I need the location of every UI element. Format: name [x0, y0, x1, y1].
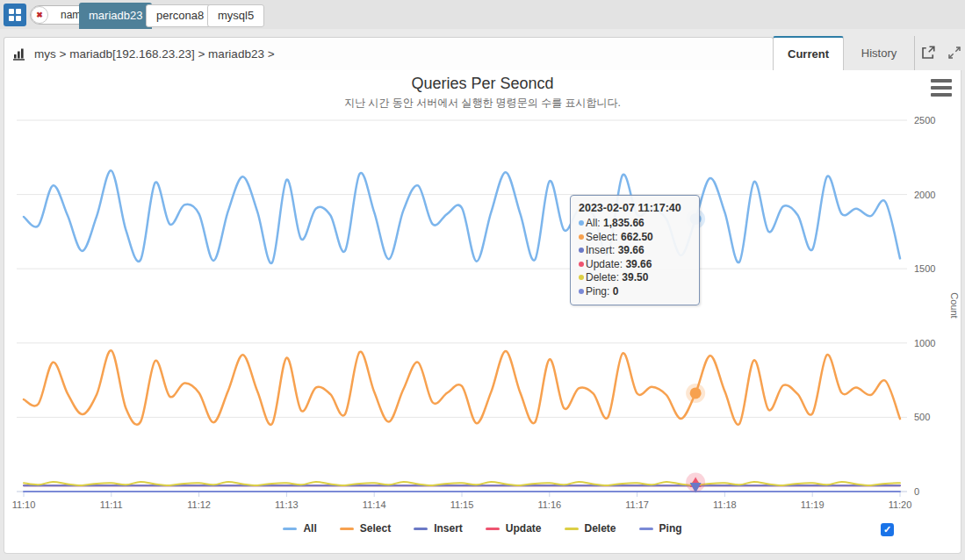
server-tab-mariadb23[interactable]: mariadb23: [79, 3, 152, 29]
legend-item-all[interactable]: All: [283, 522, 316, 535]
x-axis-label: 11:15: [450, 499, 474, 510]
tooltip-timestamp: 2023-02-07 11:17:40: [579, 202, 691, 214]
chart-tooltip: 2023-02-07 11:17:40 All: 1,835.66Select:…: [570, 195, 700, 305]
series-color-dot: [579, 234, 584, 240]
check-icon: ✓: [883, 524, 891, 535]
y-axis-label: 2500: [914, 115, 935, 126]
series-line-select: [24, 350, 900, 425]
series-color-dot: [579, 275, 584, 280]
x-axis-label: 11:20: [889, 499, 912, 510]
legend-swatch: [565, 528, 579, 530]
tooltip-row: Ping: 0: [579, 285, 691, 299]
x-axis-label: 11:19: [801, 499, 825, 510]
y-axis-label: 1000: [914, 338, 935, 348]
y-axis-label: 1500: [914, 263, 935, 274]
tooltip-row: Select: 662.50: [579, 231, 691, 245]
legend-item-update[interactable]: Update: [486, 522, 542, 535]
breadcrumb: mys > mariadb[192.168.23.23] > mariadb23…: [4, 37, 774, 70]
tooltip-row: All: 1,835.66: [579, 217, 691, 231]
legend-label: Delete: [585, 522, 616, 535]
tab-history[interactable]: History: [844, 36, 915, 70]
series-color-dot: [579, 289, 584, 294]
x-axis-label: 11:16: [537, 499, 561, 510]
x-axis-label: 11:10: [12, 499, 36, 510]
legend-item-delete[interactable]: Delete: [565, 522, 616, 535]
server-tab-mysql5[interactable]: mysql5: [207, 4, 264, 27]
x-axis-label: 11:13: [275, 499, 299, 510]
series-color-dot: [579, 262, 584, 267]
legend-swatch: [340, 528, 354, 530]
legend-item-insert[interactable]: Insert: [414, 522, 463, 535]
legend-swatch: [414, 528, 428, 530]
legend-item-select[interactable]: Select: [340, 522, 391, 535]
legend-swatch: [283, 528, 297, 530]
x-axis-label: 11:17: [625, 499, 649, 510]
legend-label: Select: [360, 522, 391, 535]
apps-grid-button[interactable]: [4, 4, 26, 26]
close-glyph: ✖: [36, 11, 43, 19]
x-axis-label: 11:14: [363, 499, 386, 510]
y-axis-label: 500: [914, 412, 930, 422]
top-bar: ✖ name mariadb23 percona8 mysql5: [0, 0, 965, 30]
chart-panel: Queries Per Seoncd 지난 시간 동안 서버에서 실행한 명령문…: [4, 70, 961, 554]
series-color-dot: [579, 248, 584, 253]
legend-label: Ping: [659, 522, 682, 535]
bar-chart-icon: [13, 47, 27, 61]
y-axis-title: Count: [949, 292, 960, 318]
apps-grid-icon: [9, 9, 21, 21]
legend-label: Update: [506, 522, 542, 535]
server-tab-percona8[interactable]: percona8: [146, 4, 214, 27]
open-in-new-window-icon[interactable]: [918, 43, 938, 62]
tooltip-row: Update: 39.66: [579, 258, 691, 272]
chart-legend: AllSelectInsertUpdateDeletePing: [4, 522, 961, 535]
tab-current[interactable]: Current: [773, 36, 844, 70]
toolbar-row: mys > mariadb[192.168.23.23] > mariadb23…: [0, 29, 965, 70]
breadcrumb-text: mys > mariadb[192.168.23.23] > mariadb23…: [34, 47, 275, 61]
expand-fullscreen-icon[interactable]: [945, 43, 964, 62]
legend-checkbox[interactable]: ✓: [881, 523, 894, 536]
legend-item-ping[interactable]: Ping: [639, 522, 682, 535]
monitoring-app-window: ✖ name mariadb23 percona8 mysql5 mys > m…: [0, 0, 965, 560]
x-axis-label: 11:11: [100, 499, 123, 510]
x-axis-label: 11:18: [713, 499, 737, 510]
legend-label: All: [303, 522, 316, 535]
legend-swatch: [486, 528, 500, 530]
tooltip-row: Delete: 39.50: [579, 271, 691, 285]
hover-marker-select: [690, 387, 702, 398]
y-axis-label: 2000: [914, 190, 935, 200]
tooltip-row: Insert: 39.66: [579, 244, 691, 258]
legend-swatch: [639, 528, 653, 530]
series-color-dot: [579, 220, 584, 226]
y-axis-label: 0: [914, 486, 919, 497]
chart-plot-area: 0500100015002000250011:1011:1111:1211:13…: [1, 70, 965, 554]
series-line-all: [24, 170, 900, 263]
close-icon[interactable]: ✖: [31, 6, 48, 24]
legend-label: Insert: [434, 522, 463, 535]
x-axis-label: 11:12: [187, 499, 211, 510]
